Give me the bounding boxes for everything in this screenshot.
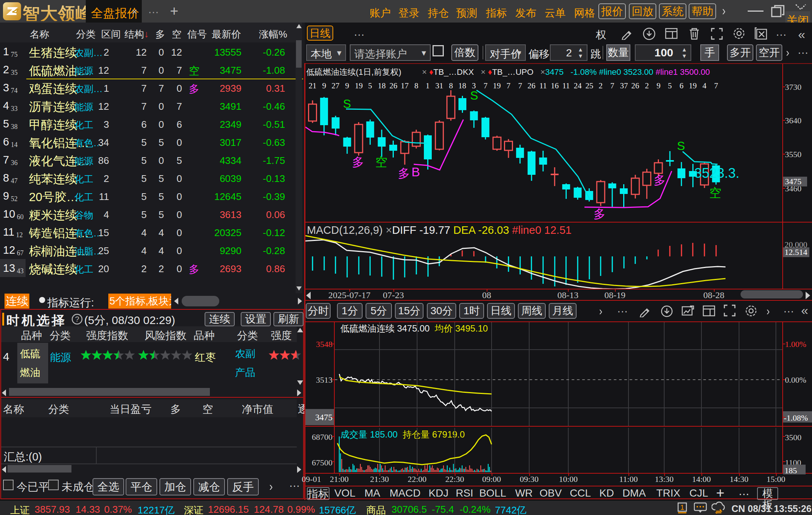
svg-text:1: 1 (680, 503, 685, 511)
svg-text:?: ? (75, 315, 79, 323)
